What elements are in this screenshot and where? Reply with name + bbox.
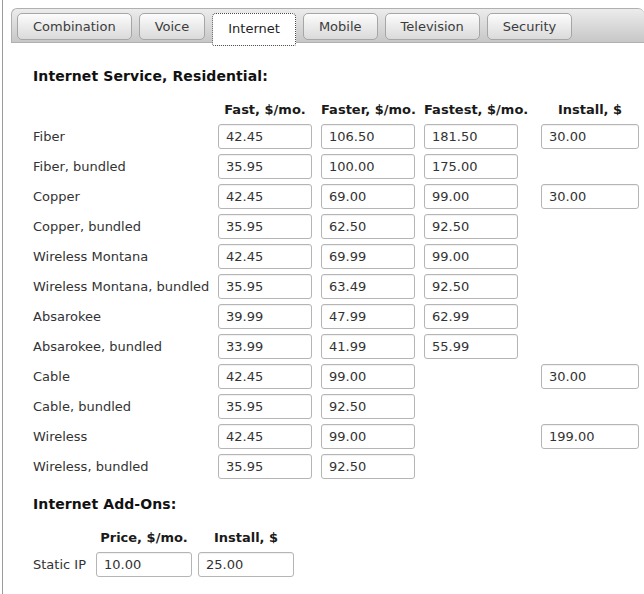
input-wireless-montana-bundled-fastest[interactable] xyxy=(424,274,518,299)
input-cable-fast[interactable] xyxy=(218,364,312,389)
input-wireless-faster[interactable] xyxy=(321,424,415,449)
table-row-copper: Copper xyxy=(33,181,644,211)
row-label-copper-bundled: Copper, bundled xyxy=(33,219,218,234)
row-label-cable: Cable xyxy=(33,369,218,384)
input-fiber-faster[interactable] xyxy=(321,124,415,149)
input-copper-bundled-fastest[interactable] xyxy=(424,214,518,239)
row-label-wireless-bundled: Wireless, bundled xyxy=(33,459,218,474)
input-fiber-bundled-fastest[interactable] xyxy=(424,154,518,179)
input-fiber-bundled-faster[interactable] xyxy=(321,154,415,179)
input-wireless-montana-fast[interactable] xyxy=(218,244,312,269)
table-row-wireless-montana: Wireless Montana xyxy=(33,241,644,271)
table-row-fiber: Fiber xyxy=(33,121,644,151)
row-label-copper: Copper xyxy=(33,189,218,204)
column-header-addon-install: Install, $ xyxy=(198,530,294,545)
table-row-fiber-bundled: Fiber, bundled xyxy=(33,151,644,181)
settings-panel: Combination Voice Internet Mobile Televi… xyxy=(2,0,644,594)
table-row-wireless: Wireless xyxy=(33,421,644,451)
table-row-cable-bundled: Cable, bundled xyxy=(33,391,644,421)
input-wireless-montana-fastest[interactable] xyxy=(424,244,518,269)
row-label-wireless-montana: Wireless Montana xyxy=(33,249,218,264)
input-cable-faster[interactable] xyxy=(321,364,415,389)
input-absarokee-bundled-faster[interactable] xyxy=(321,334,415,359)
column-header-install: Install, $ xyxy=(541,102,639,117)
row-label-cable-bundled: Cable, bundled xyxy=(33,399,218,414)
input-fiber-fastest[interactable] xyxy=(424,124,518,149)
table-row-wireless-bundled: Wireless, bundled xyxy=(33,451,644,481)
input-wireless-montana-faster[interactable] xyxy=(321,244,415,269)
section-title-addons: Internet Add-Ons: xyxy=(33,496,644,512)
input-fiber-bundled-fast[interactable] xyxy=(218,154,312,179)
input-fiber-install[interactable] xyxy=(541,124,639,149)
table-row-absarokee-bundled: Absarokee, bundled xyxy=(33,331,644,361)
input-absarokee-bundled-fastest[interactable] xyxy=(424,334,518,359)
input-wireless-montana-bundled-faster[interactable] xyxy=(321,274,415,299)
input-wireless-install[interactable] xyxy=(541,424,639,449)
tab-voice[interactable]: Voice xyxy=(139,13,206,40)
input-cable-install[interactable] xyxy=(541,364,639,389)
input-wireless-bundled-faster[interactable] xyxy=(321,454,415,479)
input-static-ip-price[interactable] xyxy=(96,552,192,577)
input-copper-faster[interactable] xyxy=(321,184,415,209)
row-label-static-ip: Static IP xyxy=(33,557,96,572)
row-label-absarokee-bundled: Absarokee, bundled xyxy=(33,339,218,354)
input-wireless-fast[interactable] xyxy=(218,424,312,449)
table-row-cable: Cable xyxy=(33,361,644,391)
tab-combination[interactable]: Combination xyxy=(17,13,132,40)
row-label-fiber: Fiber xyxy=(33,129,218,144)
input-cable-bundled-fast[interactable] xyxy=(218,394,312,419)
input-copper-bundled-faster[interactable] xyxy=(321,214,415,239)
input-wireless-bundled-fast[interactable] xyxy=(218,454,312,479)
tab-panel-internet: Internet Service, Residential: Fast, $/m… xyxy=(3,44,644,579)
tab-bar: Combination Voice Internet Mobile Televi… xyxy=(11,8,644,43)
input-copper-fast[interactable] xyxy=(218,184,312,209)
input-copper-fastest[interactable] xyxy=(424,184,518,209)
addons-column-headers: Price, $/mo. Install, $ xyxy=(33,528,644,546)
input-copper-install[interactable] xyxy=(541,184,639,209)
column-header-addon-price: Price, $/mo. xyxy=(96,530,192,545)
tab-television[interactable]: Television xyxy=(385,13,480,40)
input-absarokee-bundled-fast[interactable] xyxy=(218,334,312,359)
table-row-copper-bundled: Copper, bundled xyxy=(33,211,644,241)
input-fiber-fast[interactable] xyxy=(218,124,312,149)
residential-column-headers: Fast, $/mo. Faster, $/mo. Fastest, $/mo.… xyxy=(33,100,644,118)
tab-security[interactable]: Security xyxy=(487,13,572,40)
section-title-residential: Internet Service, Residential: xyxy=(33,68,644,84)
input-copper-bundled-fast[interactable] xyxy=(218,214,312,239)
row-label-fiber-bundled: Fiber, bundled xyxy=(33,159,218,174)
input-cable-bundled-faster[interactable] xyxy=(321,394,415,419)
tab-internet[interactable]: Internet xyxy=(212,13,296,46)
input-absarokee-faster[interactable] xyxy=(321,304,415,329)
row-label-absarokee: Absarokee xyxy=(33,309,218,324)
table-row-wireless-montana-bundled: Wireless Montana, bundled xyxy=(33,271,644,301)
input-static-ip-install[interactable] xyxy=(198,552,294,577)
tab-mobile[interactable]: Mobile xyxy=(303,13,378,40)
column-header-fastest: Fastest, $/mo. xyxy=(424,102,518,117)
row-label-wireless-montana-bundled: Wireless Montana, bundled xyxy=(33,279,218,294)
input-wireless-montana-bundled-fast[interactable] xyxy=(218,274,312,299)
input-absarokee-fastest[interactable] xyxy=(424,304,518,329)
row-label-wireless: Wireless xyxy=(33,429,218,444)
table-row-static-ip: Static IP xyxy=(33,549,644,579)
input-absarokee-fast[interactable] xyxy=(218,304,312,329)
table-row-absarokee: Absarokee xyxy=(33,301,644,331)
column-header-fast: Fast, $/mo. xyxy=(218,102,312,117)
column-header-faster: Faster, $/mo. xyxy=(321,102,415,117)
